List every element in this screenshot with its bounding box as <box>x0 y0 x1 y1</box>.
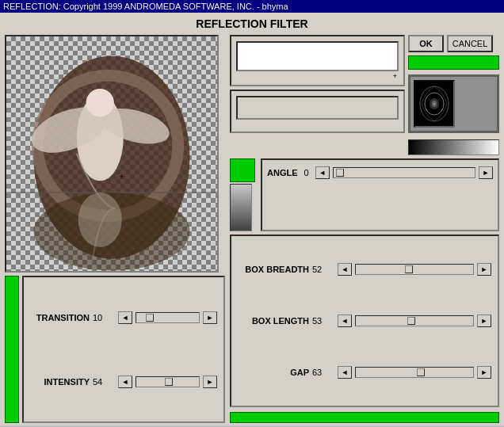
preview-box: + <box>5 35 219 273</box>
gap-track[interactable] <box>355 367 474 378</box>
angle-decrement[interactable]: ◄ <box>315 166 330 179</box>
bottom-right-panel: BOX BREADTH 52 ◄ ► BOX LENGTH 53 ◄ <box>230 234 499 407</box>
svg-point-15 <box>433 103 435 105</box>
gradient-vertical <box>230 184 252 231</box>
green-bar-left <box>5 276 19 423</box>
angle-increment[interactable]: ► <box>479 166 493 179</box>
transition-track[interactable] <box>136 312 200 323</box>
box-breadth-label: BOX BREADTH <box>238 265 309 274</box>
angle-track[interactable] <box>333 167 475 178</box>
cancel-button[interactable]: CANCEL <box>447 35 493 52</box>
gap-decrement[interactable]: ◄ <box>338 366 352 379</box>
green-indicator-top <box>408 55 499 70</box>
box-length-value: 53 <box>312 316 334 326</box>
green-square-mid <box>230 158 255 182</box>
box-length-label: BOX LENGTH <box>238 316 309 326</box>
svg-point-5 <box>86 89 113 116</box>
box-length-track[interactable] <box>355 315 474 326</box>
intensity-decrement[interactable]: ◄ <box>118 376 132 388</box>
box-length-increment[interactable]: ► <box>477 315 491 327</box>
intensity-label: INTENSITY <box>30 377 90 387</box>
intensity-value: 54 <box>93 377 115 387</box>
ok-button[interactable]: OK <box>408 35 444 52</box>
gradient-bar <box>408 139 499 155</box>
intensity-increment[interactable]: ► <box>203 376 217 388</box>
title-text: REFLECTION: Copyright 1999 ANDROMEDA SOF… <box>3 2 288 11</box>
box-breadth-track[interactable] <box>355 264 474 275</box>
transition-value: 10 <box>93 313 115 322</box>
transition-label: TRANSITION <box>30 313 90 322</box>
bottom-green-bar <box>230 412 499 423</box>
gap-increment[interactable]: ► <box>477 366 491 379</box>
left-sliders-panel: TRANSITION 10 ◄ ► INTENSITY 54 ◄ <box>22 276 225 423</box>
crosshair-top: + <box>393 72 397 80</box>
box-breadth-increment[interactable]: ► <box>477 263 491 276</box>
intensity-track[interactable] <box>136 376 200 387</box>
title-bar: REFLECTION: Copyright 1999 ANDROMEDA SOF… <box>0 0 504 13</box>
galaxy-icon <box>417 82 452 125</box>
filter-title: REFLECTION FILTER <box>5 17 499 30</box>
angle-panel: ANGLE 0 ◄ ► <box>261 158 499 231</box>
svg-point-8 <box>78 193 122 247</box>
box-breadth-decrement[interactable]: ◄ <box>338 263 352 276</box>
box-length-decrement[interactable]: ◄ <box>338 315 352 327</box>
gap-value: 63 <box>312 368 334 377</box>
gap-label: GAP <box>238 368 309 377</box>
transition-decrement[interactable]: ◄ <box>118 311 132 324</box>
top-preview-rect: + <box>230 35 405 86</box>
main-container: REFLECTION FILTER <box>0 13 504 425</box>
galaxy-preview <box>408 74 499 133</box>
angle-label: ANGLE <box>267 168 298 177</box>
angle-value: 0 <box>304 168 309 177</box>
transition-increment[interactable]: ► <box>203 311 217 324</box>
bottom-preview-rect <box>230 90 405 133</box>
svg-text:+: + <box>120 172 124 181</box>
box-breadth-value: 52 <box>312 265 334 274</box>
